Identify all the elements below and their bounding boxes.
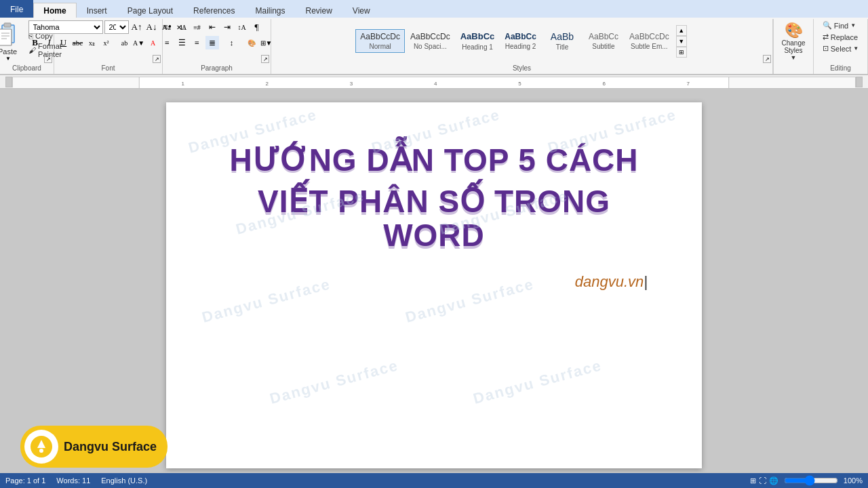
web-layout-icon[interactable]: 🌐 xyxy=(769,476,778,485)
style-title[interactable]: AaBb Title xyxy=(542,28,583,54)
page-layout-tab[interactable]: Page Layout xyxy=(117,3,183,18)
watermark-9: Dangvu Surface xyxy=(471,357,604,408)
style-no-spacing[interactable]: AaBbCcDc No Spaci... xyxy=(406,29,455,53)
home-tab[interactable]: Home xyxy=(33,3,76,18)
increase-indent-button[interactable]: ⇥ xyxy=(220,20,234,34)
style-heading2-preview: AaBbCc xyxy=(505,32,536,41)
change-styles-icon: 🎨 xyxy=(785,22,803,39)
font-label: Font xyxy=(54,64,162,72)
references-tab[interactable]: References xyxy=(183,3,245,18)
select-icon: ⊡ xyxy=(823,44,829,53)
paragraph-label: Paragraph xyxy=(163,64,271,72)
style-subtitle-label: Subtitle xyxy=(592,43,614,50)
superscript-button[interactable]: x² xyxy=(100,36,113,49)
file-tab[interactable]: File xyxy=(0,0,33,18)
style-normal-preview: AaBbCcDc xyxy=(360,32,400,41)
style-title-label: Title xyxy=(556,43,569,51)
svg-point-19 xyxy=(39,449,43,453)
full-screen-icon[interactable]: ⛶ xyxy=(759,476,766,485)
font-name-select[interactable]: Tahoma xyxy=(28,20,103,34)
word-count: Words: 11 xyxy=(56,476,90,485)
doc-title-line1: HƯỚNG DẪN TOP 5 CÁCH xyxy=(220,143,648,178)
style-subtle-em[interactable]: AaBbCcDc Subtle Em... xyxy=(625,29,674,53)
paste-label: Paste xyxy=(0,47,17,56)
font-expand[interactable]: ↗ xyxy=(153,55,161,63)
styles-group: AaBbCcDc Normal AaBbCcDc No Spaci... AaB… xyxy=(271,19,773,74)
branding-badge: Dangvu Surface xyxy=(20,426,167,468)
font-size-select[interactable]: 20 xyxy=(104,20,129,34)
svg-text:4: 4 xyxy=(434,81,437,87)
style-no-spacing-preview: AaBbCcDc xyxy=(410,32,450,41)
bullets-button[interactable]: ≡• xyxy=(161,20,174,34)
find-icon: 🔍 xyxy=(823,21,832,30)
decrease-indent-button[interactable]: ⇤ xyxy=(205,20,219,34)
document-page[interactable]: Dangvu Surface Dangvu Surface Dangvu Sur… xyxy=(166,102,702,468)
underline-button[interactable]: U xyxy=(57,36,71,49)
svg-text:3: 3 xyxy=(350,81,353,87)
review-tab[interactable]: Review xyxy=(295,3,342,18)
replace-button[interactable]: ⇄ Replace xyxy=(821,32,860,42)
shading-para-button[interactable]: 🎨 xyxy=(245,36,258,49)
mailings-tab[interactable]: Mailings xyxy=(245,3,295,18)
style-heading2[interactable]: AaBbCc Heading 2 xyxy=(500,29,541,53)
numbering-button[interactable]: 1. xyxy=(176,20,189,34)
style-heading1-label: Heading 1 xyxy=(462,43,493,51)
style-normal[interactable]: AaBbCcDc Normal xyxy=(355,29,405,53)
print-layout-icon[interactable]: ⊞ xyxy=(750,476,756,485)
styles-expand-button[interactable]: ⊞ xyxy=(676,47,687,58)
styles-label: Styles xyxy=(271,64,772,72)
doc-url[interactable]: dangvu.vn xyxy=(220,273,648,291)
select-button[interactable]: ⊡ Select ▼ xyxy=(821,43,861,54)
svg-text:1: 1 xyxy=(181,81,184,87)
svg-text:6: 6 xyxy=(602,81,606,87)
status-bar: Page: 1 of 1 Words: 11 English (U.S.) ⊞ … xyxy=(0,473,868,488)
align-right-button[interactable]: ≡ xyxy=(191,36,204,49)
styles-up-button[interactable]: ▲ xyxy=(676,25,687,36)
line-spacing-button[interactable]: ↕ xyxy=(225,36,239,49)
document-area: Dangvu Surface Dangvu Surface Dangvu Sur… xyxy=(0,89,868,472)
change-styles-button[interactable]: 🎨 ChangeStyles ▼ xyxy=(773,19,814,74)
font-size-decrease-button[interactable]: A↓ xyxy=(145,20,159,34)
styles-arrows: ▲ ▼ ⊞ xyxy=(675,25,688,58)
find-button[interactable]: 🔍 Find ▼ xyxy=(821,20,858,30)
style-subtitle-preview: AaBbCc xyxy=(589,32,618,41)
font-color-button[interactable]: A xyxy=(146,36,160,49)
align-center-button[interactable]: ☰ xyxy=(176,36,189,49)
bold-button[interactable]: B xyxy=(28,36,42,49)
zoom-slider[interactable] xyxy=(784,476,838,485)
paste-button[interactable]: Paste ▼ xyxy=(0,22,25,63)
insert-tab[interactable]: Insert xyxy=(77,3,117,18)
italic-button[interactable]: I xyxy=(43,36,56,49)
show-marks-button[interactable]: ¶ xyxy=(250,20,264,34)
styles-down-button[interactable]: ▼ xyxy=(676,36,687,47)
page-count: Page: 1 of 1 xyxy=(5,476,45,485)
svg-rect-1 xyxy=(4,23,11,27)
brand-name: Dangvu Surface xyxy=(64,440,157,454)
strikethrough-button[interactable]: abc xyxy=(71,36,85,49)
style-no-spacing-label: No Spaci... xyxy=(414,43,447,50)
shading-button[interactable]: A▼ xyxy=(132,36,146,49)
style-subtle-label: Subtle Em... xyxy=(631,43,667,50)
view-icons[interactable]: ⊞ ⛶ 🌐 xyxy=(750,476,778,485)
watermark-8: Dangvu Surface xyxy=(268,357,401,408)
multilevel-list-button[interactable]: ≡# xyxy=(191,20,204,34)
brand-icon xyxy=(24,430,58,464)
svg-text:5: 5 xyxy=(518,81,521,87)
align-left-button[interactable]: ≡ xyxy=(161,36,174,49)
text-highlight-button[interactable]: ab xyxy=(118,36,132,49)
style-heading1[interactable]: AaBbCc Heading 1 xyxy=(456,28,500,54)
styles-expand[interactable]: ↗ xyxy=(763,55,771,63)
svg-rect-2 xyxy=(0,29,12,45)
style-subtitle[interactable]: AaBbCc Subtitle xyxy=(583,29,624,53)
sort-button[interactable]: ↕A xyxy=(235,20,249,34)
justify-button[interactable]: ≣ xyxy=(205,36,219,49)
view-tab[interactable]: View xyxy=(342,3,380,18)
editing-group: 🔍 Find ▼ ⇄ Replace ⊡ Select ▼ Editing xyxy=(814,19,868,74)
find-label: Find xyxy=(834,22,848,30)
subscript-button[interactable]: x₂ xyxy=(85,36,99,49)
paste-icon xyxy=(0,23,20,47)
paragraph-expand[interactable]: ↗ xyxy=(261,55,269,63)
zoom-level: 100% xyxy=(844,476,863,485)
doc-title-line2: VIẾT PHÂN SỐ TRONG WORD xyxy=(220,184,648,253)
font-size-increase-button[interactable]: A↑ xyxy=(130,20,144,34)
